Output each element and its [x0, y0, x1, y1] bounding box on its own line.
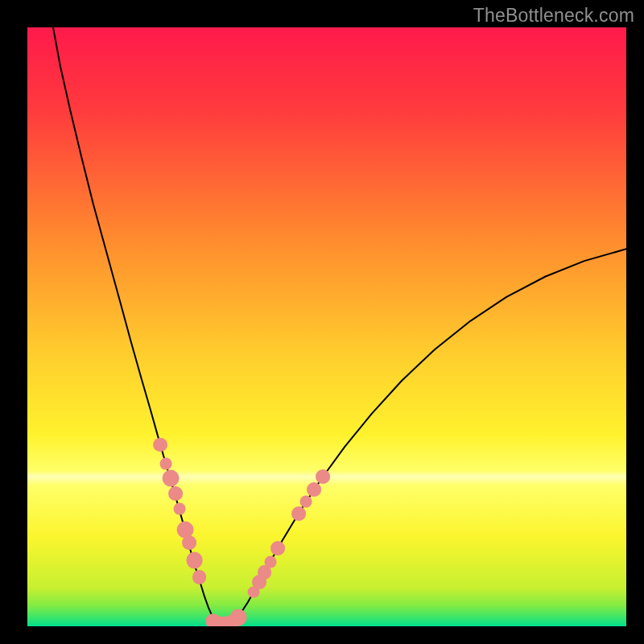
data-dot [168, 486, 183, 501]
curve-path [53, 27, 626, 625]
data-dot [265, 555, 277, 568]
chart-stage: TheBottleneck.com [0, 0, 644, 644]
data-dot [162, 470, 179, 487]
data-dot [307, 482, 321, 497]
data-dot [153, 438, 167, 452]
bottleneck-curve [27, 27, 626, 626]
plot-area [27, 27, 626, 626]
data-dot [159, 457, 171, 469]
data-dot [229, 609, 246, 625]
data-dot [192, 570, 207, 584]
data-dot [316, 469, 330, 484]
data-dot [300, 496, 312, 508]
watermark-text: TheBottleneck.com [473, 5, 634, 27]
data-dot [270, 541, 285, 555]
data-dot [182, 535, 196, 550]
data-dot [186, 552, 203, 569]
data-dot [174, 503, 186, 515]
data-dot [291, 506, 306, 521]
